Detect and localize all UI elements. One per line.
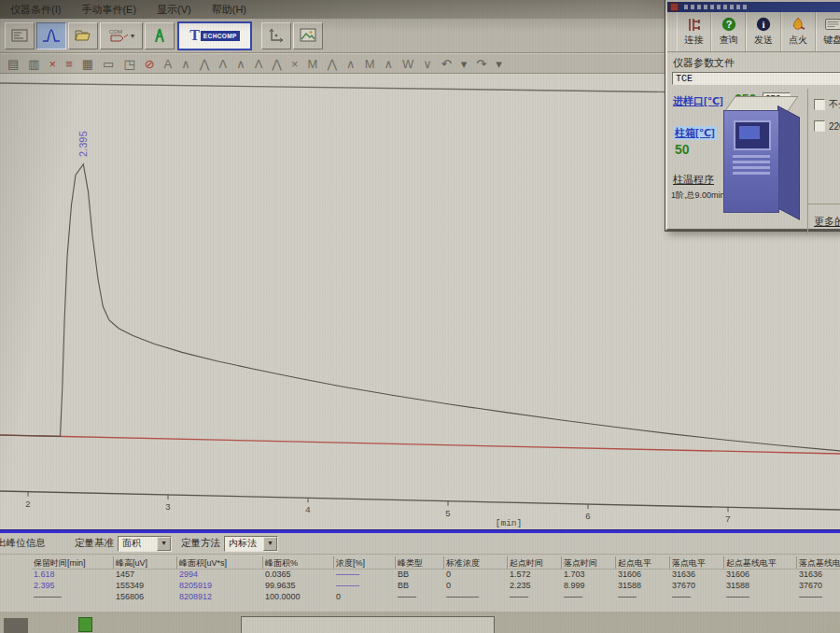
print-icon[interactable]: ▥: [23, 55, 44, 73]
quant-basis-combo[interactable]: 面积 ▾: [118, 536, 172, 552]
column-header[interactable]: 保留时间[min]: [32, 556, 114, 569]
com-port-button[interactable]: COM ▾: [100, 22, 143, 49]
undo-dropdown-icon[interactable]: ▾: [456, 55, 472, 73]
rect-select-icon[interactable]: ▭: [98, 55, 119, 73]
instrument-keypad: [733, 154, 770, 175]
column-header[interactable]: 峰类型: [396, 556, 444, 569]
menu-item[interactable]: 手动事件(E): [71, 3, 147, 17]
quant-method-value: 内标法: [229, 537, 260, 550]
instrument-icon: [11, 27, 28, 44]
menu-item[interactable]: 帮助(H): [202, 3, 257, 17]
table-cell: BB: [396, 581, 444, 592]
table-row[interactable]: ––––––1568068208912100.00000––––––––––––…: [32, 592, 840, 603]
voltage-checkbox-label: 220: [829, 121, 840, 132]
techcomp-logo-button[interactable]: T ECHCOMP: [177, 21, 252, 50]
menu-item[interactable]: 显示(V): [147, 3, 202, 17]
run-button[interactable]: [145, 22, 175, 49]
disable-icon[interactable]: ⊘: [140, 55, 160, 73]
peak-tool-4-icon[interactable]: ∧: [231, 55, 250, 73]
peak-delete-icon[interactable]: ×: [287, 55, 303, 73]
voltage-checkbox[interactable]: [814, 120, 825, 132]
table-row[interactable]: 1.618145729940.0365–––––BB01.5721.703316…: [32, 570, 840, 581]
column-header[interactable]: 落点电平: [670, 556, 724, 569]
peak-table: 保留时间[min]峰高[uV]峰面积[uV*s]峰面积%浓度[%]峰类型标准浓度…: [0, 556, 840, 603]
column-header[interactable]: 标准浓度: [444, 556, 508, 569]
redo-dropdown-icon[interactable]: ▾: [491, 55, 507, 73]
grid-icon[interactable]: ▦: [77, 55, 98, 73]
peak-tool-13-icon[interactable]: ∨: [418, 55, 437, 73]
table-cell: 37670: [670, 581, 724, 592]
partial-bottom-panel: [0, 612, 840, 633]
delete-icon[interactable]: ×: [45, 55, 62, 73]
more-params-link[interactable]: 更多的: [814, 216, 840, 227]
dialog-titlebar[interactable]: [667, 2, 840, 12]
chevron-down-icon[interactable]: ▾: [263, 537, 277, 551]
axes-setup-button[interactable]: [261, 22, 291, 49]
table-cell: BB: [396, 570, 444, 581]
peak-tool-5-icon[interactable]: Λ: [250, 55, 268, 73]
peak-tool-9-icon[interactable]: ∧: [342, 55, 360, 73]
column-header[interactable]: 落点基线电平: [797, 556, 840, 569]
peak-tool-7-icon[interactable]: M: [303, 55, 323, 73]
instrument-button[interactable]: [5, 22, 35, 49]
open-file-button[interactable]: [68, 22, 98, 49]
peak-tool-3-icon[interactable]: Λ: [214, 55, 231, 73]
peak-tool-11-icon[interactable]: ∧: [379, 55, 398, 73]
table-cell: 2994: [177, 570, 263, 581]
column-header[interactable]: 落点时间: [562, 556, 616, 569]
table-cell: 2.235: [508, 581, 562, 592]
column-header[interactable]: 峰高[uV]: [114, 556, 177, 569]
list-icon[interactable]: ≡: [61, 55, 77, 73]
menu-item[interactable]: 仪器条件(I): [0, 3, 71, 17]
connect-button[interactable]: 连接: [677, 12, 711, 51]
peak-tool-6-icon[interactable]: ⋀: [267, 55, 287, 73]
table-row[interactable]: 2.395155349820591999.9635–––––BB02.2358.…: [32, 581, 840, 592]
oven-program-link[interactable]: 柱温程序: [673, 173, 714, 187]
peak-tool-8-icon[interactable]: ⋀: [322, 55, 342, 73]
instrument-image: [716, 96, 805, 216]
report-icon[interactable]: ▤: [3, 55, 23, 73]
peak-tool-1-icon[interactable]: ∧: [176, 55, 195, 73]
oven-temp-label[interactable]: 柱箱[℃]: [673, 126, 717, 140]
column-header[interactable]: 峰面积%: [263, 556, 334, 569]
svg-text:i: i: [762, 19, 764, 30]
table-cell: ––––: [670, 592, 724, 603]
table-cell: –––––: [334, 570, 396, 581]
ignite-button[interactable]: 点火: [781, 12, 816, 51]
redo-icon[interactable]: ↷: [471, 55, 491, 73]
table-cell: 8.999: [562, 581, 616, 592]
column-header[interactable]: 起点基线电平: [724, 556, 797, 569]
undo-icon[interactable]: ↶: [437, 55, 456, 73]
axes-icon: [268, 27, 285, 44]
peak-tool-2-icon[interactable]: ⋀: [195, 55, 215, 73]
table-cell: 37670: [797, 581, 840, 592]
preview-icon[interactable]: ◳: [119, 55, 139, 73]
quant-method-combo[interactable]: 内标法 ▾: [224, 536, 278, 552]
quantitation-panel: 出峰位信息 定量基准 面积 ▾ 定量方法 内标法 ▾ 保留时间[min]峰高[u…: [0, 533, 840, 612]
peak-tool-10-icon[interactable]: M: [360, 55, 380, 73]
keyboard-button[interactable]: 键盘: [816, 12, 840, 51]
column-header[interactable]: 浓度[%]: [334, 556, 396, 569]
table-cell: 31636: [670, 570, 724, 581]
dialog-button-label: 点火: [789, 34, 807, 47]
chevron-down-icon[interactable]: ▾: [157, 537, 171, 551]
table-cell: 99.9635: [263, 581, 334, 592]
splitless-checkbox-label: 不分: [829, 98, 840, 111]
column-header[interactable]: 起点电平: [616, 556, 670, 569]
chromatogram-view-button[interactable]: [36, 22, 66, 49]
image-export-button[interactable]: [293, 22, 323, 49]
column-header[interactable]: 起点时间: [508, 556, 562, 569]
connect-icon: [687, 17, 702, 32]
table-cell: 0: [444, 570, 508, 581]
voltage-checkbox-row: 220: [814, 120, 840, 132]
table-cell: ––––: [562, 592, 616, 603]
partial-green-icon[interactable]: [78, 617, 92, 632]
query-button[interactable]: ?查询: [711, 12, 746, 51]
column-header[interactable]: 峰面积[uV*s]: [177, 556, 263, 569]
splitless-checkbox[interactable]: [814, 99, 825, 110]
peak-tool-12-icon[interactable]: W: [398, 55, 418, 73]
peak-tool-a-icon[interactable]: A: [160, 55, 177, 73]
param-file-input[interactable]: [672, 72, 840, 85]
send-button[interactable]: i发送: [746, 12, 780, 51]
dialog-title-text: [684, 5, 749, 9]
